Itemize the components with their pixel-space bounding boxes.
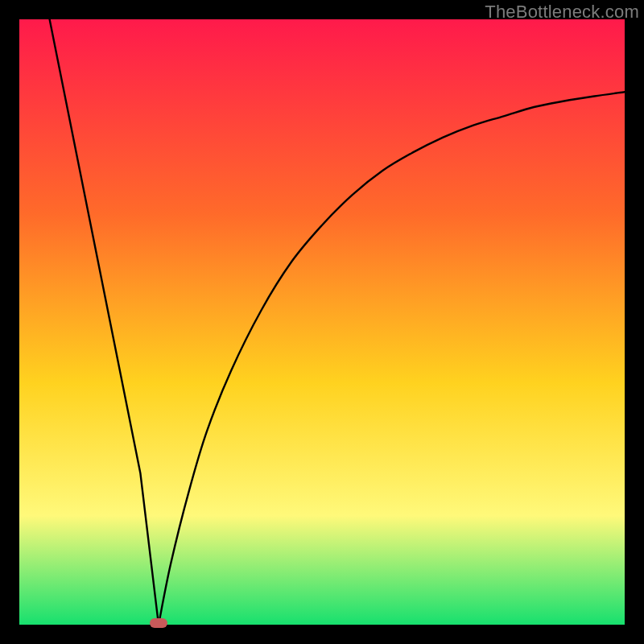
optimum-marker	[150, 618, 168, 628]
chart-frame	[19, 19, 625, 625]
bottleneck-chart	[19, 19, 625, 625]
watermark-text: TheBottleneck.com	[485, 2, 639, 23]
